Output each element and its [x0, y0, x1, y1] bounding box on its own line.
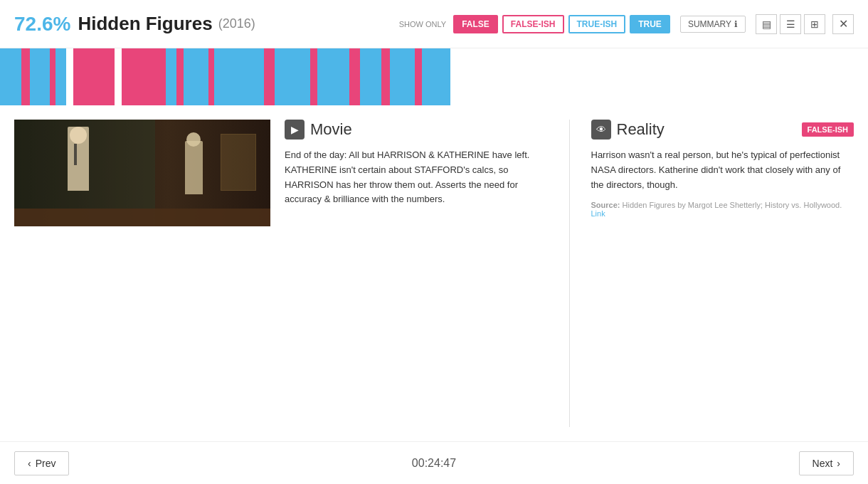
show-only-label: SHOW ONLY [399, 20, 446, 28]
header: 72.6% Hidden Figures (2016) SHOW ONLY FA… [0, 0, 868, 48]
view-grid-button[interactable]: ⊞ [804, 14, 825, 34]
movie-title: Hidden Figures [78, 13, 212, 35]
movie-year: (2016) [218, 16, 255, 31]
movie-scene-image [14, 120, 270, 226]
movie-panel: ▶ Movie End of the day: All but HARRISON… [285, 120, 548, 427]
timeline-segment[interactable] [44, 48, 50, 105]
close-icon: ✕ [839, 17, 848, 31]
eye-icon: 👁 [596, 124, 606, 135]
summary-button[interactable]: SUMMARY ℹ [680, 16, 746, 33]
source-label: Source: [591, 201, 620, 209]
header-controls: SHOW ONLY FALSE FALSE-ISH TRUE-ISH TRUE … [399, 14, 854, 34]
panel-divider [569, 120, 570, 427]
timeline-segment[interactable] [390, 48, 415, 105]
timeline-segment[interactable] [335, 48, 349, 105]
prev-button[interactable]: ‹ Prev [14, 451, 69, 475]
timeline-segment[interactable] [107, 48, 115, 105]
timeline-segment[interactable] [122, 48, 136, 105]
prev-arrow-icon: ‹ [28, 458, 31, 469]
source-link[interactable]: Link [591, 209, 605, 218]
timeline-segment[interactable] [275, 48, 310, 105]
footer: ‹ Prev 00:24:47 Next › [0, 441, 868, 484]
next-arrow-icon: › [837, 458, 840, 469]
movie-panel-title: Movie [310, 120, 352, 139]
next-label: Next [813, 458, 833, 469]
film-icon: ▶ [291, 124, 299, 135]
timeline-segment[interactable] [157, 48, 166, 105]
filter-false-button[interactable]: FALSE [453, 15, 498, 33]
timeline-bar[interactable] [0, 48, 868, 105]
movie-panel-text: End of the day: All but HARRISON & KATHE… [285, 148, 548, 207]
timeline-segment[interactable] [166, 48, 176, 105]
timeline-segment[interactable] [317, 48, 335, 105]
timeline-segment[interactable] [21, 48, 30, 105]
reality-panel: 👁 Reality FALSE-ISH Harrison wasn't a re… [591, 120, 854, 427]
timeline-segment[interactable] [176, 48, 184, 105]
timeline-segment[interactable] [115, 48, 122, 105]
timeline-segment[interactable] [55, 48, 66, 105]
reality-icon: 👁 [591, 120, 611, 140]
timeline-segment[interactable] [208, 48, 214, 105]
timeline-segment[interactable] [422, 48, 450, 105]
summary-label: SUMMARY [688, 19, 731, 29]
timeline-segment[interactable] [360, 48, 381, 105]
timeline-segment[interactable] [349, 48, 360, 105]
reality-panel-header: 👁 Reality FALSE-ISH [591, 120, 854, 140]
view-list-button[interactable]: ☰ [780, 14, 801, 34]
filter-true-button[interactable]: TRUE [630, 15, 670, 33]
timeline-segment[interactable] [310, 48, 317, 105]
content-area: ▶ Movie End of the day: All but HARRISON… [0, 105, 868, 441]
timeline-segment[interactable] [136, 48, 157, 105]
movie-panel-header: ▶ Movie [285, 120, 548, 140]
score: 72.6% [14, 13, 70, 36]
timeline-segment[interactable] [264, 48, 275, 105]
source-citation: Hidden Figures by Margot Lee Shetterly; … [623, 201, 842, 209]
info-icon: ℹ [734, 19, 738, 29]
false-ish-badge: FALSE-ISH [802, 122, 854, 137]
timeline-segment[interactable] [214, 48, 235, 105]
timeline-segment[interactable] [73, 48, 79, 105]
timeline-segment[interactable] [235, 48, 264, 105]
next-button[interactable]: Next › [799, 451, 854, 475]
timeline-segment[interactable] [30, 48, 44, 105]
timeline-segment[interactable] [415, 48, 422, 105]
reality-panel-text: Harrison wasn't a real person, but he's … [591, 148, 854, 192]
timeline-segment[interactable] [50, 48, 55, 105]
view-icons: ▤ ☰ ⊞ [756, 14, 825, 34]
timeline-segment[interactable] [184, 48, 208, 105]
timestamp: 00:24:47 [412, 457, 456, 470]
view-grid-compact-button[interactable]: ▤ [756, 14, 777, 34]
movie-icon: ▶ [285, 120, 305, 140]
filter-true-ish-button[interactable]: TRUE-ISH [568, 15, 626, 33]
info-panels: ▶ Movie End of the day: All but HARRISON… [285, 120, 854, 427]
timeline-segment[interactable] [0, 48, 21, 105]
prev-label: Prev [36, 458, 56, 469]
reality-panel-title: Reality [617, 120, 665, 139]
source-text: Source: Hidden Figures by Margot Lee She… [591, 201, 854, 218]
filter-false-ish-button[interactable]: FALSE-ISH [502, 15, 564, 33]
timeline-segment[interactable] [66, 48, 73, 105]
close-button[interactable]: ✕ [832, 14, 854, 34]
timeline-segment[interactable] [79, 48, 107, 105]
timeline-segment[interactable] [381, 48, 390, 105]
